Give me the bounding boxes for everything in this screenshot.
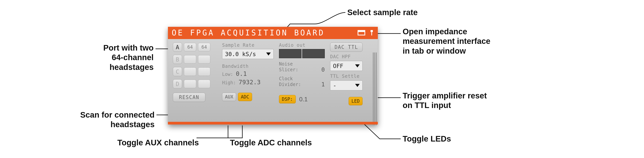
clock-divider-label-2: Divider:	[279, 82, 301, 87]
aux-toggle[interactable]: AUX	[222, 93, 236, 101]
bandwidth-low-label: Low:	[222, 72, 233, 77]
audio-out-right[interactable]	[302, 49, 325, 58]
port-a-hs2[interactable]: 64	[198, 43, 210, 51]
port-id-c[interactable]: C	[173, 67, 182, 76]
callout-rescan: Scan for connected headstages	[13, 110, 154, 129]
sample-rate-value: 30.0 kS/s	[225, 51, 256, 57]
ttl-settle-value: -	[333, 82, 336, 89]
window-icon[interactable]	[358, 30, 365, 35]
callout-port: Port with two 64‑channel headstages	[37, 43, 154, 72]
port-b-hs1[interactable]	[184, 55, 196, 64]
port-c-hs1[interactable]	[184, 67, 196, 76]
callout-sample-rate: Select sample rate	[347, 8, 418, 17]
port-c-hs2[interactable]	[198, 67, 210, 76]
chevron-down-icon	[266, 52, 271, 55]
ttl-settle-label: TTL Settle	[330, 73, 372, 79]
bandwidth-high-label: High:	[222, 80, 236, 86]
acquisition-board-panel: OE FPGA ACQUISITION BOARD A 64 64 B	[168, 27, 378, 124]
bandwidth-low-row[interactable]: Low: 0.1	[222, 70, 274, 77]
drag-handle[interactable]	[373, 52, 377, 125]
clock-divider-value: 1	[321, 81, 325, 88]
bandwidth-high-value: 7932.3	[238, 78, 261, 86]
bandwidth-high-row[interactable]: High: 7932.3	[222, 78, 274, 86]
dsp-toggle[interactable]: DSP:	[279, 95, 296, 103]
audio-out-left[interactable]	[279, 49, 302, 58]
ttl-settle-combo[interactable]: -	[330, 81, 362, 90]
svg-rect-3	[371, 32, 372, 35]
port-row-a: A 64 64	[173, 43, 217, 52]
port-row-c: C	[173, 67, 217, 76]
callout-adc: Toggle ADC channels	[230, 138, 312, 147]
panel-footer	[168, 122, 378, 124]
port-a-hs1[interactable]: 64	[184, 43, 196, 51]
port-row-d: D	[173, 79, 217, 89]
sample-rate-label: Sample Rate	[222, 43, 274, 48]
callout-led: Toggle LEDs	[402, 134, 451, 144]
chevron-down-icon	[355, 64, 360, 67]
callout-aux: Toggle AUX channels	[117, 138, 199, 147]
port-d-hs2[interactable]	[198, 80, 210, 88]
panel-header: OE FPGA ACQUISITION BOARD	[168, 27, 378, 39]
adc-toggle[interactable]: ADC	[238, 93, 252, 101]
chevron-down-icon	[355, 84, 360, 87]
dac-hpf-value: OFF	[333, 63, 343, 69]
clock-divider-row[interactable]: Divider: 1	[279, 81, 325, 88]
svg-rect-2	[370, 30, 373, 32]
bandwidth-label: Bandwidth	[222, 64, 274, 69]
bandwidth-low-value: 0.1	[236, 70, 247, 77]
noise-slicer-label-2: Slicer:	[279, 67, 298, 72]
port-id-b[interactable]: B	[173, 55, 182, 64]
dsp-value[interactable]: 0.1	[299, 96, 308, 103]
port-id-a[interactable]: A	[173, 43, 182, 52]
audio-out-label: Audio out	[279, 43, 325, 48]
impedance-icon[interactable]	[370, 30, 374, 35]
dac-hpf-combo[interactable]: OFF	[330, 61, 362, 71]
port-d-hs1[interactable]	[184, 80, 196, 88]
callout-ttl-settle: Trigger amplifier reset on TTL input	[402, 91, 487, 110]
panel-title: OE FPGA ACQUISITION BOARD	[172, 28, 325, 37]
port-row-b: B	[173, 55, 217, 64]
dac-ttl-button[interactable]: DAC TTL	[330, 43, 362, 52]
noise-slicer-label-1: Noise	[279, 62, 325, 66]
port-id-d[interactable]: D	[173, 79, 182, 89]
clock-divider-label-1: Clock	[279, 76, 325, 81]
sample-rate-column: Sample Rate 30.0 kS/s Bandwidth Low: 0.1…	[222, 43, 274, 123]
audio-column: Audio out Noise Slicer: 0 Clock Divider:	[279, 43, 325, 123]
callout-impedance: Open impedance measurement interface in …	[402, 27, 490, 56]
noise-slicer-row[interactable]: Slicer: 0	[279, 66, 325, 73]
led-toggle[interactable]: LED	[348, 97, 362, 105]
audio-out-wells[interactable]	[279, 49, 325, 58]
svg-rect-1	[358, 30, 365, 32]
sample-rate-combo[interactable]: 30.0 kS/s	[222, 49, 274, 59]
port-b-hs2[interactable]	[198, 55, 210, 64]
dac-column: DAC TTL DAC HPF OFF TTL Settle - LED	[330, 43, 372, 123]
dac-hpf-label: DAC HPF	[330, 54, 372, 59]
ports-column: A 64 64 B C D	[173, 43, 217, 123]
noise-slicer-value: 0	[321, 66, 325, 73]
rescan-button[interactable]: RESCAN	[173, 93, 205, 102]
